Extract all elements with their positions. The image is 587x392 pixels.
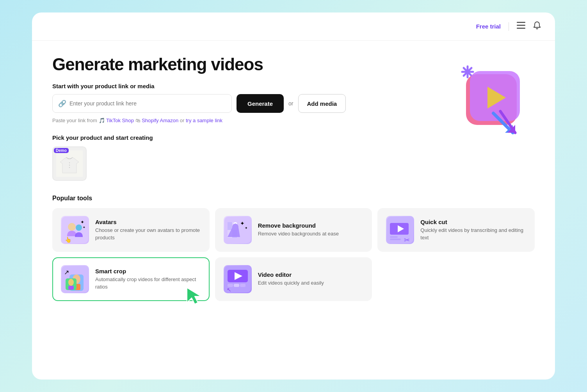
or-text: or: [288, 100, 293, 107]
demo-badge: Demo: [54, 148, 69, 153]
avatars-desc: Choose or create your own avatars to pro…: [95, 227, 201, 241]
smart-crop-title: Smart crop: [95, 268, 201, 274]
quick-cut-desc: Quickly edit videos by transcribing and …: [420, 227, 526, 241]
shopify-link[interactable]: Shopify: [142, 118, 158, 123]
svg-text:✦: ✦: [80, 219, 84, 225]
main-card: Free trial: [32, 12, 555, 380]
svg-rect-1: [517, 25, 525, 26]
popular-tools-label: Popular tools: [52, 195, 535, 202]
video-editor-icon: ↖: [224, 265, 252, 293]
svg-text:✦: ✦: [83, 226, 85, 229]
svg-point-17: [69, 167, 70, 168]
svg-marker-46: [187, 288, 201, 304]
tool-card-smart-crop[interactable]: ↗ Smart crop Automatically crop vi: [52, 257, 210, 301]
svg-text:↗: ↗: [64, 269, 69, 276]
or-paste: or: [180, 118, 186, 123]
add-media-button[interactable]: Add media: [298, 94, 346, 113]
svg-text:✦: ✦: [245, 226, 248, 230]
hero-3d-graphic: [443, 55, 536, 156]
avatars-icon: 👆 ✦ ✦: [61, 216, 89, 244]
tools-grid: 👆 ✦ ✦ Avatars Choose or create your own …: [52, 208, 535, 301]
tool-card-quick-cut[interactable]: ✂ Quick cut Quickly edit videos by trans…: [377, 208, 535, 252]
empty-slot: [377, 257, 535, 301]
svg-rect-35: [390, 236, 398, 238]
video-editor-desc: Edit videos quickly and easily: [258, 280, 324, 287]
tiktok-link[interactable]: TikTok Shop: [106, 118, 134, 123]
svg-rect-51: [234, 284, 239, 287]
tiktok-icon: 🎵: [99, 118, 105, 123]
svg-rect-26: [228, 222, 232, 230]
svg-rect-36: [390, 239, 401, 240]
svg-rect-2: [517, 28, 525, 29]
svg-point-44: [68, 279, 74, 286]
smart-crop-icon: ↗: [61, 265, 89, 293]
quick-cut-icon: ✂: [386, 216, 414, 244]
paste-hint-prefix: Paste your link from: [52, 118, 97, 123]
video-editor-text: Video editor Edit videos quickly and eas…: [258, 271, 324, 287]
remove-bg-text: Remove background Remove video backgroun…: [258, 222, 339, 237]
svg-point-19: [68, 223, 76, 231]
tool-card-video-editor[interactable]: ↖ Video editor Edit videos quickly and e…: [215, 257, 372, 301]
svg-point-15: [69, 162, 70, 163]
tool-card-remove-bg[interactable]: ✦ ✦ Remove background Remove video backg…: [215, 208, 372, 252]
svg-text:👆: 👆: [65, 237, 72, 243]
svg-rect-0: [517, 22, 525, 23]
free-trial-link[interactable]: Free trial: [476, 23, 501, 30]
generate-button[interactable]: Generate: [237, 94, 284, 113]
avatars-text: Avatars Choose or create your own avatar…: [95, 219, 201, 241]
video-editor-title: Video editor: [258, 271, 324, 278]
shopify-icon: 🛍: [135, 118, 141, 123]
remove-bg-title: Remove background: [258, 222, 339, 229]
quick-cut-text: Quick cut Quickly edit videos by transcr…: [420, 219, 526, 241]
menu-icon[interactable]: [517, 22, 525, 31]
product-link-input[interactable]: [69, 100, 226, 107]
sample-link[interactable]: try a sample link: [186, 118, 222, 123]
product-thumb-wrap[interactable]: Demo: [52, 146, 87, 181]
remove-bg-desc: Remove video backgrounds at ease: [258, 230, 339, 237]
svg-text:✂: ✂: [404, 236, 410, 243]
svg-point-20: [76, 225, 82, 231]
svg-point-16: [69, 165, 70, 166]
quick-cut-title: Quick cut: [420, 219, 526, 225]
search-input-wrap: 🔗: [52, 94, 232, 113]
header-divider: [509, 22, 509, 31]
svg-rect-45: [68, 286, 74, 290]
svg-rect-52: [240, 284, 245, 287]
tool-card-avatars[interactable]: 👆 ✦ ✦ Avatars Choose or create your own …: [52, 208, 210, 252]
remove-bg-icon: ✦ ✦: [224, 216, 252, 244]
header: Free trial: [32, 12, 555, 41]
content: Generate marketing videos Start with you…: [32, 41, 555, 317]
link-icon: 🔗: [58, 100, 66, 108]
amazon-link[interactable]: Amazon: [160, 118, 178, 123]
cursor-arrow: [185, 285, 205, 307]
svg-text:↖: ↖: [227, 287, 231, 292]
bell-icon[interactable]: [533, 21, 541, 32]
avatars-title: Avatars: [95, 219, 201, 225]
svg-text:✦: ✦: [240, 220, 245, 226]
